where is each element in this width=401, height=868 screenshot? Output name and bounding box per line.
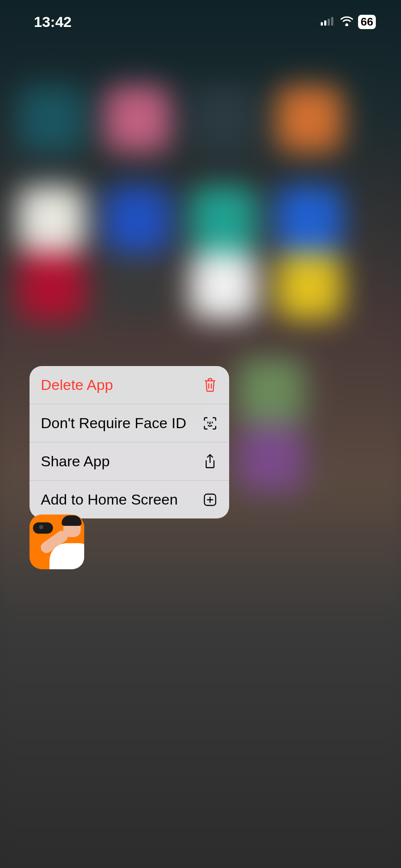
add-to-home-screen-menu-item[interactable]: Add to Home Screen [30,481,229,518]
delete-app-menu-item[interactable]: Delete App [30,366,229,404]
trash-icon [202,377,218,393]
wifi-icon [340,16,354,28]
share-icon [202,454,218,469]
status-indicators: 66 [321,15,376,29]
app-context-menu: Delete App Don't Require Face ID Share A… [30,366,229,518]
selected-app-icon[interactable] [30,515,84,569]
plus-square-icon [202,492,218,508]
faceid-icon [202,416,218,431]
svg-rect-0 [321,22,323,26]
cellular-signal-icon [321,16,335,27]
svg-rect-1 [324,20,326,26]
battery-indicator: 66 [358,15,376,29]
svg-point-4 [346,23,348,26]
svg-rect-3 [331,17,333,26]
dont-require-faceid-menu-item[interactable]: Don't Require Face ID [30,404,229,442]
menu-item-label: Don't Require Face ID [41,415,186,432]
svg-rect-2 [328,19,330,26]
status-time: 13:42 [34,13,72,30]
share-app-menu-item[interactable]: Share App [30,442,229,481]
menu-item-label: Share App [41,453,110,470]
status-bar: 13:42 66 [0,0,401,43]
battery-level: 66 [361,15,373,29]
menu-item-label: Delete App [41,376,113,393]
menu-item-label: Add to Home Screen [41,491,178,508]
